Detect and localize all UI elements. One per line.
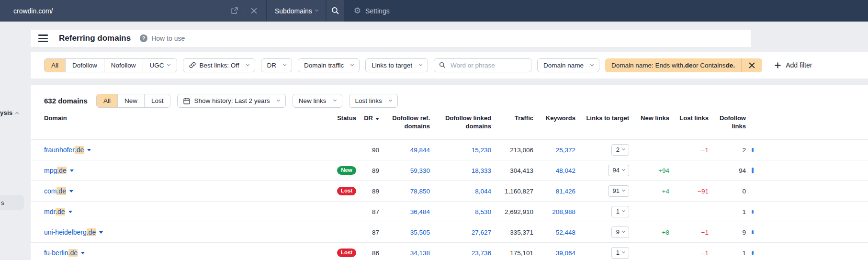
dr-filter-button[interactable]: DR	[261, 58, 293, 72]
domain-dropdown-caret[interactable]	[99, 231, 103, 234]
domain-link[interactable]: fraunhofer.de	[44, 146, 91, 154]
best-links-filter-button[interactable]: Best links: Off	[183, 58, 255, 72]
table-row: fu-berlin.de Lost 86 34,138 23,736 175,1…	[31, 242, 868, 260]
table-toolbar: 632 domains All New Lost Show history: L…	[31, 85, 868, 108]
active-filter-chip[interactable]: Domain name: Ends with .de or Contains d…	[605, 58, 762, 72]
tab-status-all[interactable]: All	[97, 94, 117, 107]
keywords-value[interactable]: 52,448	[533, 229, 575, 236]
column-header-traffic[interactable]: Traffic	[491, 114, 533, 123]
dofollow-ref-domains-value[interactable]: 59,330	[379, 167, 430, 174]
chevron-down-icon	[277, 98, 280, 102]
links-to-target-dropdown[interactable]: 2	[611, 144, 629, 156]
menu-icon[interactable]	[38, 34, 48, 42]
tab-ugc-dropdown[interactable]: UGC	[143, 59, 177, 72]
link-icon	[189, 62, 196, 68]
sidebar-active-item-label: s	[1, 199, 4, 206]
domain-dropdown-caret[interactable]	[69, 190, 73, 192]
traffic-value: 213,006	[491, 147, 533, 154]
table-row: mpg.de New 89 59,330 18,333 304,413 48,0…	[31, 160, 868, 181]
dofollow-ref-domains-value[interactable]: 34,138	[379, 249, 430, 257]
dr-value: 87	[361, 229, 379, 236]
column-header-status[interactable]: Status	[332, 114, 361, 123]
domain-dropdown-caret[interactable]	[81, 252, 85, 254]
keywords-value[interactable]: 81,426	[533, 188, 575, 195]
keywords-value[interactable]: 39,064	[533, 249, 575, 257]
word-or-phrase-input[interactable]	[450, 61, 526, 69]
links-to-target-filter-button[interactable]: Links to target	[365, 58, 428, 72]
dofollow-ref-domains-value[interactable]: 78,850	[379, 188, 430, 195]
domain-highlight: .de	[56, 187, 66, 195]
table-header-row: Domain Status DR Dofollow ref. domains D…	[31, 108, 868, 139]
domain-traffic-filter-button[interactable]: Domain traffic	[298, 58, 360, 72]
sidebar-section-label: ysis	[0, 109, 12, 116]
column-header-dofollow-linked-domains[interactable]: Dofollow linked domains	[430, 114, 491, 131]
table-row: fraunhofer.de 90 49,844 15,230 213,006 2…	[31, 139, 868, 160]
domain-dropdown-caret[interactable]	[70, 170, 74, 172]
sidebar-active-item[interactable]: s	[0, 195, 24, 210]
domain-highlight: .de	[56, 208, 65, 215]
dofollow-linked-domains-value[interactable]: 8,530	[430, 208, 491, 215]
traffic-value: 1,160,827	[491, 188, 533, 195]
column-header-domain[interactable]: Domain	[31, 114, 332, 123]
column-header-lost-links[interactable]: Lost links	[669, 114, 709, 123]
new-links-dropdown[interactable]: New links	[293, 94, 342, 108]
add-filter-button[interactable]: Add filter	[775, 61, 812, 69]
target-mode-dropdown[interactable]: Subdomains	[267, 0, 326, 22]
domain-link[interactable]: fu-berlin.de	[44, 249, 85, 257]
settings-button[interactable]: ⚙ Settings	[354, 0, 390, 22]
sidebar-section-toggle[interactable]: ysis	[0, 109, 18, 116]
dofollow-ref-domains-value[interactable]: 36,484	[379, 208, 430, 215]
status-badge: Lost	[337, 187, 356, 196]
dofollow-linked-domains-value[interactable]: 15,230	[430, 147, 491, 154]
tab-status-lost[interactable]: Lost	[144, 94, 170, 107]
links-to-target-dropdown[interactable]: 91	[608, 185, 629, 197]
new-links-value: +8	[629, 229, 669, 236]
target-url-input[interactable]: crowdin.com/	[0, 0, 266, 22]
column-header-links-to-target[interactable]: Links to target	[575, 114, 629, 123]
how-to-use-link[interactable]: ? How to use	[140, 34, 185, 42]
dofollow-linked-domains-value[interactable]: 27,627	[430, 229, 491, 236]
domain-name-filter-button[interactable]: Domain name	[537, 58, 599, 72]
tab-nofollow[interactable]: Nofollow	[104, 59, 143, 72]
show-history-dropdown[interactable]: Show history: Last 2 years	[177, 94, 285, 108]
open-external-link-icon[interactable]	[228, 5, 240, 17]
keywords-value[interactable]: 208,988	[533, 208, 575, 215]
keywords-value[interactable]: 25,372	[533, 147, 575, 154]
dofollow-linked-domains-value[interactable]: 18,333	[430, 167, 491, 174]
keywords-value[interactable]: 48,042	[533, 167, 575, 174]
links-to-target-dropdown[interactable]: 1	[611, 247, 629, 259]
domain-dropdown-caret[interactable]	[68, 211, 72, 213]
tab-all[interactable]: All	[45, 59, 65, 72]
report-header: Referring domains ? How to use	[31, 30, 751, 47]
column-header-dofollow-links[interactable]: Dofollow links	[709, 114, 746, 131]
domain-name-text: com	[44, 187, 56, 195]
tab-status-new[interactable]: New	[117, 94, 144, 107]
search-button[interactable]	[327, 0, 344, 22]
dofollow-linked-domains-value[interactable]: 23,736	[430, 249, 491, 257]
links-to-target-dropdown[interactable]: 9	[611, 226, 629, 238]
column-header-keywords[interactable]: Keywords	[533, 114, 575, 123]
clear-input-icon[interactable]	[248, 5, 259, 17]
domain-link[interactable]: uni-heidelberg.de	[44, 228, 103, 236]
tab-dofollow[interactable]: Dofollow	[65, 59, 104, 72]
question-icon: ?	[140, 34, 147, 42]
dofollow-ref-domains-value[interactable]: 49,844	[379, 147, 430, 154]
chevron-down-icon	[315, 8, 318, 11]
domain-link[interactable]: com.de	[44, 187, 73, 195]
column-header-new-links[interactable]: New links	[629, 114, 669, 123]
dr-value: 90	[361, 147, 379, 154]
domain-link[interactable]: mpg.de	[44, 167, 74, 174]
new-links-value: +94	[629, 167, 669, 174]
domain-link[interactable]: mdr.de	[44, 208, 72, 215]
dofollow-ref-domains-value[interactable]: 35,505	[379, 229, 430, 236]
remove-filter-button[interactable]	[741, 58, 762, 72]
domain-dropdown-caret[interactable]	[87, 149, 91, 151]
traffic-value: 304,413	[491, 167, 533, 174]
links-to-target-dropdown[interactable]: 1	[611, 206, 629, 217]
dofollow-linked-domains-value[interactable]: 8,044	[430, 188, 491, 195]
column-header-dr[interactable]: DR	[361, 114, 379, 123]
column-header-dofollow-ref-domains[interactable]: Dofollow ref. domains	[379, 114, 430, 131]
gear-icon: ⚙	[354, 7, 361, 15]
links-to-target-dropdown[interactable]: 94	[608, 165, 629, 176]
lost-links-dropdown[interactable]: Lost links	[349, 94, 398, 108]
